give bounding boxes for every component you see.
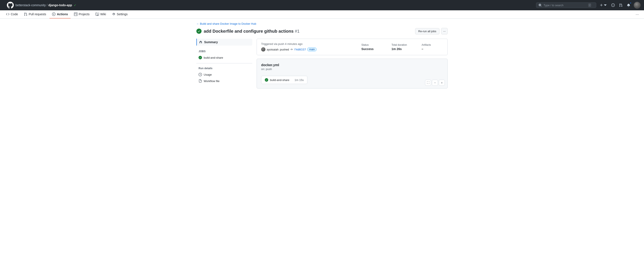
run-success-icon [196, 28, 202, 34]
run-name: add Dockerfile and configure github acti… [204, 29, 294, 33]
chevron-down-icon [604, 3, 607, 7]
nav-right [599, 2, 640, 8]
page-actions: Re-run all jobs ··· [415, 28, 448, 34]
commit-icon [290, 48, 293, 51]
trigger-section: Triggered via push 4 minutes ago ayoisai… [261, 42, 357, 51]
code-label: Code [11, 12, 18, 16]
run-number: #1 [295, 29, 300, 33]
avatar-image [634, 2, 640, 8]
status-section: Status Success [357, 43, 387, 51]
job-nav-item[interactable]: build-and-share [196, 54, 252, 61]
committer-name: ayoisaiah [267, 48, 278, 51]
title-row: add Dockerfile and configure github acti… [196, 28, 300, 34]
workflow-job-box[interactable]: build-and-share 1m 15s [261, 76, 307, 84]
artifacts-section: Artifacts – [417, 43, 443, 51]
path-separator: / [47, 3, 48, 7]
pr-icon [24, 12, 27, 16]
zoom-in-button[interactable]: + [439, 80, 445, 86]
committer-avatar [261, 47, 266, 51]
duration-section: Total duration 1m 26s [387, 43, 417, 51]
status-card: Triggered via push 4 minutes ago ayoisai… [256, 39, 448, 55]
workflow-filename: docker.yml [261, 63, 443, 67]
duration-field-label: Total duration [392, 43, 417, 46]
zoom-out-button[interactable]: − [432, 80, 438, 86]
jobs-section-label: Jobs [196, 49, 252, 54]
issues-button[interactable] [610, 2, 616, 8]
plus-icon [600, 3, 603, 7]
search-shortcut: / [588, 3, 591, 7]
nav-item-projects[interactable]: Projects [72, 10, 92, 18]
actions-label: Actions [57, 12, 68, 16]
wiki-label: Wiki [100, 12, 106, 16]
trigger-text: Triggered via push 4 minutes ago [261, 42, 357, 45]
sub-navigation: Code Pull requests Actions Projects Wiki… [0, 10, 644, 19]
github-logo[interactable] [7, 2, 14, 8]
search-input[interactable] [544, 4, 586, 7]
breadcrumb: ← Build and share Docker Image to Docker… [196, 22, 448, 25]
workflow-job-name: build-and-share [270, 78, 289, 82]
actions-icon [52, 12, 56, 16]
create-button[interactable] [599, 2, 608, 8]
workflow-job-checkmark-icon [266, 79, 268, 81]
repo-name[interactable]: django-todo-app [48, 3, 72, 7]
wiki-icon [96, 12, 99, 16]
duration-value: 1m 26s [392, 47, 417, 51]
workflow-trigger: on: push [261, 67, 443, 71]
projects-label: Projects [79, 12, 90, 16]
run-details-section-label: Run details [196, 66, 252, 71]
usage-nav-item[interactable]: Usage [196, 71, 252, 78]
hamburger-button[interactable] [4, 4, 5, 6]
notifications-icon [627, 3, 630, 7]
pull-requests-button[interactable] [618, 2, 623, 8]
summary-nav-item[interactable]: Summary [196, 39, 252, 45]
commit-hash[interactable]: f4d0337 [294, 48, 306, 51]
nav-item-pull-requests[interactable]: Pull requests [21, 10, 48, 18]
avatar[interactable] [634, 2, 640, 8]
main-layout: Summary Jobs build-and-share Run details… [196, 39, 448, 88]
workflow-job-duration: 1m 15s [294, 78, 304, 82]
search-icon [538, 3, 542, 7]
status-value: Success [361, 47, 387, 51]
nav-item-actions[interactable]: Actions [50, 10, 70, 18]
usage-label: Usage [204, 73, 212, 76]
page-title: add Dockerfile and configure github acti… [204, 29, 300, 34]
search-bar[interactable]: / [536, 2, 596, 8]
repo-check-icon: ✓ [74, 3, 76, 7]
projects-icon [74, 12, 78, 16]
file-icon [198, 79, 202, 83]
nav-item-settings[interactable]: Settings [110, 10, 130, 18]
job-name-label: build-and-share [204, 56, 223, 59]
workflow-card: docker.yml on: push build-and-share 1m 1… [256, 59, 448, 88]
more-options-button[interactable]: ··· [634, 10, 640, 18]
pr-label: Pull requests [28, 12, 46, 16]
page-header: add Dockerfile and configure github acti… [196, 28, 448, 34]
status-row: Triggered via push 4 minutes ago ayoisai… [261, 42, 443, 51]
workflow-job-success-icon [265, 78, 268, 82]
workflow-file-label: Workflow file [204, 79, 220, 83]
artifacts-field-label: Artifacts [422, 43, 443, 46]
expand-button[interactable]: ⛶ [425, 80, 431, 86]
clock-icon [198, 73, 202, 76]
pull-request-icon [619, 3, 622, 7]
branch-badge[interactable]: main [307, 47, 316, 51]
notifications-button[interactable] [626, 2, 631, 8]
code-icon [6, 12, 10, 16]
artifacts-value: – [422, 47, 443, 51]
commit-row: ayoisaiah pushed f4d0337 main [261, 47, 357, 51]
rerun-all-jobs-button[interactable]: Re-run all jobs [415, 28, 440, 34]
nav-item-wiki[interactable]: Wiki [93, 10, 108, 18]
nav-item-code[interactable]: Code [4, 10, 20, 18]
org-name[interactable]: betterstack-community [16, 3, 46, 7]
run-more-options-button[interactable]: ··· [441, 28, 448, 34]
top-navigation: betterstack-community / django-todo-app … [0, 0, 644, 10]
checkmark-icon [198, 30, 200, 33]
job-checkmark-icon [199, 56, 201, 59]
main-panel: Triggered via push 4 minutes ago ayoisai… [256, 39, 448, 88]
repo-path: betterstack-community / django-todo-app … [16, 3, 76, 7]
issues-icon [611, 3, 615, 7]
status-field-label: Status [361, 43, 387, 46]
workflow-file-nav-item[interactable]: Workflow file [196, 78, 252, 84]
breadcrumb-link[interactable]: ← Build and share Docker Image to Docker… [196, 22, 256, 25]
pushed-label: pushed [280, 48, 289, 51]
sidebar-divider [196, 63, 252, 63]
